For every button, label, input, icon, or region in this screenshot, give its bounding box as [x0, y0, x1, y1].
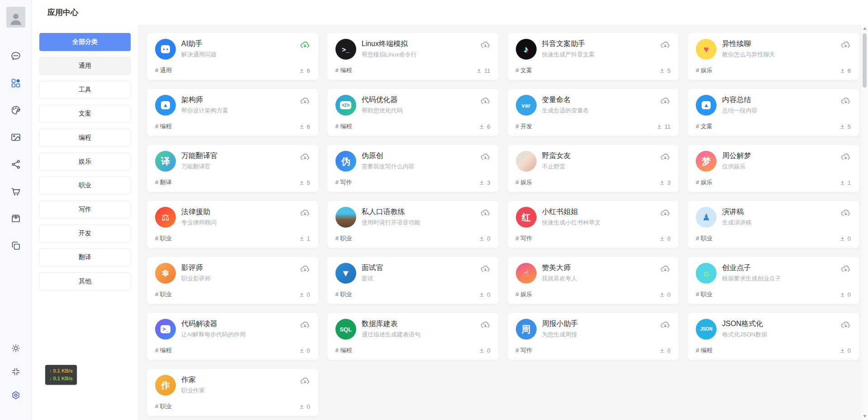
app-icon-glyph: ▲: [702, 101, 711, 109]
app-description: 专业律师顾问: [181, 219, 217, 227]
app-card[interactable]: 野蛮女友不止野蛮# 娱乐3: [508, 145, 679, 192]
cloud-download-icon[interactable]: [660, 319, 670, 330]
category-button-8[interactable]: 开发: [39, 224, 131, 243]
cloud-download-icon[interactable]: [300, 319, 310, 330]
category-button-3[interactable]: 文案: [39, 105, 131, 123]
app-icon-glyph: 作: [161, 381, 170, 390]
app-card[interactable]: ♥异性续聊教你怎么与异性聊天# 娱乐6: [688, 33, 859, 80]
download-count-value: 0: [307, 291, 310, 298]
app-card[interactable]: 译万能翻译官万能翻译官# 翻译5: [147, 145, 318, 192]
app-card[interactable]: var变量命名生成合适的变量名# 开发11: [508, 89, 679, 136]
category-button-1[interactable]: 通用: [39, 57, 131, 75]
cloud-download-icon[interactable]: [660, 207, 670, 218]
category-button-5[interactable]: 娱乐: [39, 153, 131, 171]
cloud-download-icon[interactable]: [840, 207, 851, 218]
cloud-download-icon[interactable]: [480, 39, 491, 50]
cloud-download-icon[interactable]: [840, 319, 851, 330]
cloud-download-icon[interactable]: [300, 207, 310, 218]
sun-icon[interactable]: [8, 341, 24, 356]
category-button-4[interactable]: 编程: [39, 129, 131, 147]
app-tag: # 职业: [696, 234, 712, 243]
cloud-download-icon[interactable]: [840, 39, 851, 50]
code-icon: </>: [335, 95, 356, 116]
cloud-download-icon[interactable]: [840, 95, 851, 106]
download-count-value: 3: [487, 179, 490, 186]
category-button-0[interactable]: 全部分类: [39, 33, 131, 51]
app-card-top: >_Linux终端模拟帮您模拟Linux命令行: [335, 39, 491, 60]
app-card[interactable]: ♪抖音文案助手快速生成产抖音文案# 文案5: [508, 33, 679, 80]
app-card[interactable]: 伪伪原创需要我改写什么内容# 写作3: [327, 145, 499, 192]
category-button-7[interactable]: 写作: [39, 201, 131, 219]
cloud-download-icon[interactable]: [660, 263, 670, 274]
cloud-download-icon[interactable]: [660, 151, 670, 162]
app-description: 帮你设计架构方案: [181, 107, 228, 115]
apps-grid-icon[interactable]: [8, 75, 24, 91]
app-card-top: 野蛮女友不止野蛮: [516, 151, 671, 172]
cloud-download-icon[interactable]: [480, 263, 491, 274]
scrollbar-up-button[interactable]: [863, 27, 867, 30]
app-text: 影评师职业影评师: [181, 263, 211, 283]
app-card[interactable]: ⚖法律援助专业律师顾问# 职业1: [147, 201, 318, 248]
cloud-download-icon[interactable]: [300, 39, 310, 50]
app-card[interactable]: 私人口语教练使用时请打开语音功能# 职业0: [327, 201, 499, 248]
app-card[interactable]: >_Linux终端模拟帮您模拟Linux命令行# 编程11: [327, 33, 499, 80]
collapse-icon[interactable]: [8, 364, 24, 379]
palette-icon[interactable]: [8, 103, 24, 118]
xiaohongshu-icon: 红: [516, 207, 537, 228]
category-button-10[interactable]: 其他: [39, 272, 131, 290]
chat-icon[interactable]: [8, 48, 24, 64]
app-title: 周公解梦: [722, 151, 751, 161]
scrollbar-thumb[interactable]: [863, 33, 867, 88]
app-icon-glyph: • •: [161, 45, 170, 53]
app-card[interactable]: SQL数据库建表通过描述生成建表语句# 编程0: [327, 313, 499, 360]
package-icon[interactable]: [8, 211, 24, 226]
cloud-download-icon[interactable]: [660, 95, 670, 106]
app-card[interactable]: ✽影评师职业影评师# 职业0: [147, 257, 318, 304]
writer-icon: 作: [155, 375, 176, 396]
cart-icon[interactable]: [8, 184, 24, 199]
copy-icon[interactable]: [8, 238, 24, 253]
app-card[interactable]: • •AI助手解决通用问题# 通用6: [147, 33, 318, 80]
app-card[interactable]: ▲内容总结总结一段内容# 文案5: [688, 89, 859, 136]
cloud-download-icon[interactable]: [480, 95, 491, 106]
scrollbar[interactable]: [861, 25, 868, 420]
avatar[interactable]: [6, 7, 25, 28]
cloud-download-icon[interactable]: [300, 151, 310, 162]
category-button-9[interactable]: 翻译: [39, 248, 131, 266]
app-title: JSON格式化: [722, 319, 767, 329]
cloud-download-icon[interactable]: [480, 319, 491, 330]
cloud-download-icon[interactable]: [480, 151, 491, 162]
app-card[interactable]: JSONJSON格式化格式化JSON数据# 编程0: [688, 313, 859, 360]
category-button-6[interactable]: 职业: [39, 177, 131, 195]
share-icon[interactable]: [8, 157, 24, 172]
cloud-download-icon[interactable]: [300, 95, 310, 106]
download-count: 6: [840, 67, 851, 74]
app-card[interactable]: 红小红书姐姐快速生成小红书种草文# 写作0: [508, 201, 679, 248]
cloud-download-icon[interactable]: [840, 151, 851, 162]
app-card[interactable]: ▲架构师帮你设计架构方案# 编程6: [147, 89, 318, 136]
image-icon[interactable]: [8, 130, 24, 145]
app-card[interactable]: 周周报小助手为您生成周报# 写作0: [508, 313, 679, 360]
app-card-bottom: # 职业0: [335, 234, 491, 243]
app-card[interactable]: ☝赞美大师我就喜欢夸人# 娱乐0: [508, 257, 679, 304]
app-card[interactable]: ♟演讲稿生成演讲稿# 职业0: [688, 201, 859, 248]
cloud-download-icon[interactable]: [840, 263, 851, 274]
cloud-download-icon[interactable]: [480, 207, 491, 218]
app-card[interactable]: 梦周公解梦仅供娱乐# 娱乐1: [688, 145, 859, 192]
app-card[interactable]: </>代码优化器帮助您优化代码# 编程6: [327, 89, 499, 136]
app-card[interactable]: >_代码解读器让AI解释每步代码的作用# 编程0: [147, 313, 318, 360]
app-icon-glyph: 译: [161, 157, 170, 166]
app-card[interactable]: ▼面试官面试# 职业0: [327, 257, 499, 304]
body-row: 全部分类通用工具文案编程娱乐职业写作开发翻译其他 • •AI助手解决通用问题# …: [32, 25, 868, 420]
app-text: 代码优化器帮助您优化代码: [362, 95, 403, 115]
cloud-download-icon[interactable]: [300, 263, 310, 274]
cloud-download-icon[interactable]: [300, 375, 310, 386]
scrollbar-down-button[interactable]: [863, 415, 867, 418]
category-button-2[interactable]: 工具: [39, 81, 131, 99]
settings-icon[interactable]: [8, 387, 24, 403]
cloud-download-icon[interactable]: [660, 39, 670, 50]
app-card[interactable]: ☼创业点子根据要求生成创业点子# 职业0: [688, 257, 859, 304]
film-reel-icon: ✽: [155, 263, 176, 284]
app-card-bottom: # 娱乐1: [696, 178, 851, 187]
app-card[interactable]: 作作家职业作家# 职业0: [147, 369, 318, 416]
